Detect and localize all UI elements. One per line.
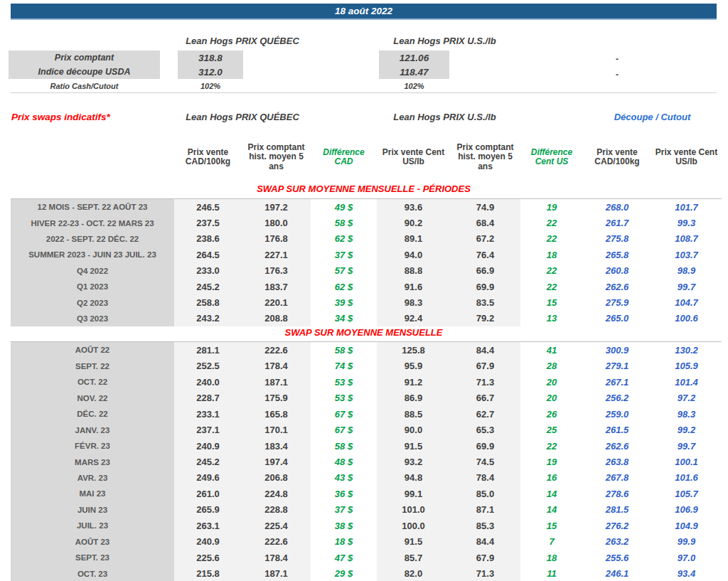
value-cell: 130.2 <box>651 342 722 358</box>
value-cell: 62.7 <box>450 406 520 422</box>
value-cell: 187.1 <box>242 566 311 581</box>
value-cell: 19 <box>520 199 583 215</box>
row-label: JUIN 23 <box>11 502 174 518</box>
row-label: JUIL. 23 <box>11 518 174 533</box>
row-label: MAI 23 <box>11 486 174 501</box>
row-label: NOV. 22 <box>11 390 174 405</box>
value-cell: 99.3 <box>651 215 722 230</box>
value-cell: 225.6 <box>174 550 242 565</box>
spot-qc-ratio: 102% <box>178 79 243 93</box>
row-label: HIVER 22-23 - OCT. 22 MARS 23 <box>11 215 174 230</box>
value-cell: 18 $ <box>311 534 377 550</box>
value-cell: 62 $ <box>311 231 377 247</box>
column-header: Prix vente CAD/100kg <box>174 148 242 167</box>
value-cell: 268.0 <box>583 199 651 215</box>
row-label: AOÛT 23 <box>11 534 174 550</box>
section-title-periodes: SWAP SUR MOYENNE MENSUELLE - PÉRIODES <box>11 183 717 194</box>
date-banner: 18 août 2022 <box>11 4 717 20</box>
value-cell: 101.0 <box>377 502 450 518</box>
value-cell: 93.6 <box>377 199 450 215</box>
column-header-row: Prix vente CAD/100kg Prix comptant hist.… <box>11 135 722 179</box>
value-cell: 22 <box>520 438 583 454</box>
value-cell: 180.0 <box>242 215 311 230</box>
value-cell: 69.9 <box>450 279 520 294</box>
value-cell: 101.4 <box>651 374 722 390</box>
row-label: OCT. 22 <box>11 374 174 390</box>
value-cell: 7 <box>520 534 583 550</box>
value-cell: 74.9 <box>450 199 520 215</box>
value-cell: 300.9 <box>583 342 651 358</box>
value-cell: 34 $ <box>311 311 377 326</box>
value-cell: 262.6 <box>583 438 651 454</box>
value-cell: 69.9 <box>450 438 520 454</box>
value-cell: 18 <box>520 247 583 262</box>
value-cell: 13 <box>520 311 583 326</box>
value-cell: 36 $ <box>311 486 377 501</box>
row-label: AVR. 23 <box>11 470 174 486</box>
value-cell: 208.8 <box>242 311 311 326</box>
value-cell: 263.2 <box>583 534 651 550</box>
value-cell: 175.9 <box>242 390 311 405</box>
value-cell: 101.7 <box>651 199 722 215</box>
value-cell: 262.6 <box>583 279 651 294</box>
value-cell: 88.8 <box>377 263 450 279</box>
value-cell: 67 $ <box>311 406 377 422</box>
value-cell: 281.5 <box>583 502 651 518</box>
value-cell: 98.3 <box>651 406 722 422</box>
value-cell: 97.2 <box>651 390 722 405</box>
value-cell: 99.2 <box>651 422 722 437</box>
value-cell: 49 $ <box>311 199 377 215</box>
swaps-title: Prix swaps indicatifs* <box>11 112 110 122</box>
spot-row-label: Ratio Cash/Cutout <box>9 79 160 93</box>
value-cell: 165.8 <box>242 406 311 422</box>
value-cell: 265.0 <box>583 311 651 326</box>
value-cell: 22 <box>520 215 583 230</box>
value-cell: 74 $ <box>311 358 377 373</box>
value-cell: 125.8 <box>377 342 450 358</box>
value-cell: 225.4 <box>242 518 311 533</box>
value-cell: 238.6 <box>174 231 242 247</box>
spot-qc-value: 318.8 <box>178 50 243 65</box>
value-cell: 240.0 <box>174 374 242 390</box>
value-cell: 62 $ <box>311 279 377 294</box>
value-cell: 267.1 <box>583 374 651 390</box>
value-cell: 176.8 <box>242 231 311 247</box>
value-cell: 67.9 <box>450 358 520 373</box>
value-cell: 89.1 <box>377 231 450 247</box>
value-cell: 39 $ <box>311 294 377 310</box>
value-cell: 100.6 <box>651 311 722 326</box>
value-cell: 20 <box>520 390 583 405</box>
value-cell: 99.7 <box>651 438 722 454</box>
value-cell: 91.2 <box>377 374 450 390</box>
value-cell: 261.0 <box>174 486 242 501</box>
swaps-quebec-header: Lean Hogs PRIX QUÉBEC <box>174 112 311 122</box>
value-cell: 74.5 <box>450 454 520 469</box>
swap-table-mensuelle: AOÛT 22281.1222.658 $125.884.441300.9130… <box>11 341 722 581</box>
value-cell: 85.7 <box>377 550 450 565</box>
row-label: Q2 2023 <box>11 294 174 310</box>
value-cell: 19 <box>520 454 583 469</box>
spot-us-header: Lean Hogs PRIX U.S./lb <box>375 36 514 46</box>
value-cell: 220.1 <box>242 294 311 310</box>
value-cell: 37 $ <box>311 502 377 518</box>
value-cell: 98.9 <box>651 263 722 279</box>
value-cell: 206.8 <box>242 470 311 486</box>
value-cell: 16 <box>520 470 583 486</box>
value-cell: 103.7 <box>651 247 722 262</box>
row-label: SUMMER 2023 - JUIN 23 JUIL. 23 <box>11 247 174 262</box>
value-cell: 78.4 <box>450 470 520 486</box>
value-cell: 275.9 <box>583 294 651 310</box>
value-cell: 93.4 <box>651 566 722 581</box>
value-cell: 278.6 <box>583 486 651 501</box>
value-cell: 243.2 <box>174 311 242 326</box>
column-header: Prix vente Cent US/lb <box>377 148 450 167</box>
value-cell: 246.5 <box>174 199 242 215</box>
value-cell: 176.3 <box>242 263 311 279</box>
column-header: Prix comptant hist. moyen 5 ans <box>450 143 520 171</box>
value-cell: 37 $ <box>311 247 377 262</box>
value-cell: 105.7 <box>651 486 722 501</box>
value-cell: 101.6 <box>651 470 722 486</box>
value-cell: 233.0 <box>174 263 242 279</box>
value-cell: 67 $ <box>311 422 377 437</box>
value-cell: 259.0 <box>583 406 651 422</box>
